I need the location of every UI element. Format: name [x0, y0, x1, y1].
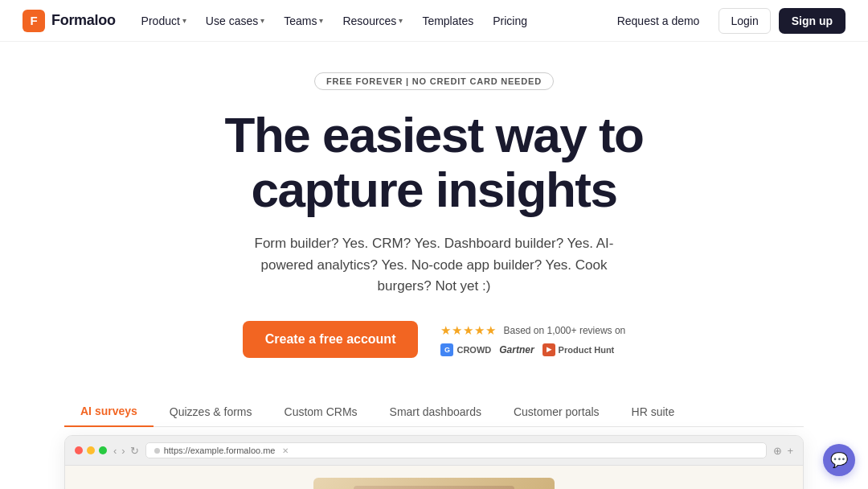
badge: FREE FOREVER | NO CREDIT CARD NEEDED [314, 72, 554, 90]
tab-smart-dashboards[interactable]: Smart dashboards [374, 397, 497, 426]
nav-item-resources[interactable]: Resources ▾ [334, 10, 411, 32]
nav-item-pricing[interactable]: Pricing [485, 10, 535, 32]
reviews-text: Based on 1,000+ reviews on [503, 325, 625, 336]
logo-name: Formaloo [51, 12, 116, 29]
tab-customer-portals[interactable]: Customer portals [497, 397, 616, 426]
chevron-down-icon: ▾ [260, 16, 264, 25]
navbar: F Formaloo Product ▾ Use cases ▾ Teams ▾… [0, 0, 868, 42]
chevron-down-icon: ▾ [319, 16, 323, 25]
tab-hr-suite[interactable]: HR suite [616, 397, 691, 426]
gartner-logo: Gartner [499, 344, 534, 355]
gemstone-image [313, 478, 555, 489]
url-bar[interactable]: https://example.formaloo.me ✕ [145, 442, 768, 458]
reviews-block: ★★★★★ Based on 1,000+ reviews on G CROWD… [440, 323, 625, 356]
hero-section: FREE FOREVER | NO CREDIT CARD NEEDED The… [0, 42, 868, 377]
g2crowd-logo: G CROWD [440, 343, 491, 356]
nav-right: Request a demo Login Sign up [606, 8, 845, 34]
browser-dot-yellow [87, 446, 95, 454]
browser-mockup: ‹ › ↻ https://example.formaloo.me ✕ ⊕ + … [64, 435, 804, 489]
review-logos: G CROWD Gartner ▶ Product Hunt [440, 343, 614, 356]
producthunt-icon: ▶ [542, 343, 555, 356]
tab-quizzes-forms[interactable]: Quizzes & forms [154, 397, 268, 426]
g2crowd-icon: G [440, 343, 453, 356]
mockup-section: ‹ › ↻ https://example.formaloo.me ✕ ⊕ + … [0, 435, 868, 489]
browser-dot-green [99, 446, 107, 454]
browser-dot-red [75, 446, 83, 454]
nav-item-use-cases[interactable]: Use cases ▾ [198, 10, 272, 32]
nav-label-product: Product [141, 14, 180, 27]
signup-button[interactable]: Sign up [779, 8, 845, 34]
zoom-icon[interactable]: ⊕ [773, 445, 782, 457]
chat-button[interactable]: 💬 [823, 444, 855, 476]
browser-actions: ⊕ + [773, 445, 793, 457]
chat-icon: 💬 [830, 451, 848, 469]
browser-bar: ‹ › ↻ https://example.formaloo.me ✕ ⊕ + [65, 436, 803, 466]
nav-label-resources: Resources [342, 14, 396, 27]
chevron-down-icon: ▾ [399, 16, 403, 25]
nav-label-templates: Templates [422, 14, 473, 27]
login-button[interactable]: Login [719, 8, 770, 34]
nav-left: F Formaloo Product ▾ Use cases ▾ Teams ▾… [23, 10, 535, 32]
tabs-section: AI surveys Quizzes & forms Custom CRMs S… [0, 397, 868, 427]
cta-row: Create a free account ★★★★★ Based on 1,0… [243, 321, 626, 358]
url-text: https://example.formaloo.me [164, 446, 276, 455]
secure-icon [154, 448, 160, 454]
refresh-icon[interactable]: ↻ [130, 445, 139, 457]
hero-subtitle: Form builder? Yes. CRM? Yes. Dashboard b… [233, 233, 635, 297]
nav-label-use-cases: Use cases [206, 14, 258, 27]
browser-inner: Do you like gemstones? Please select one… [65, 466, 803, 489]
url-close-icon[interactable]: ✕ [282, 446, 289, 455]
nav-item-templates[interactable]: Templates [414, 10, 481, 32]
request-demo-button[interactable]: Request a demo [606, 9, 711, 33]
star-rating: ★★★★★ [440, 323, 497, 338]
producthunt-logo: ▶ Product Hunt [542, 343, 615, 356]
browser-content: Do you like gemstones? Please select one… [65, 466, 803, 489]
hero-title: The easiest way to capture insights [225, 108, 644, 217]
logo-icon: F [23, 10, 45, 32]
tab-ai-surveys[interactable]: AI surveys [64, 397, 154, 427]
create-account-button[interactable]: Create a free account [243, 321, 419, 358]
browser-dots [75, 446, 107, 454]
back-icon[interactable]: ‹ [113, 445, 117, 457]
forward-icon[interactable]: › [121, 445, 125, 457]
tabs-bar: AI surveys Quizzes & forms Custom CRMs S… [64, 397, 804, 427]
browser-controls: ‹ › ↻ [113, 445, 139, 457]
nav-item-teams[interactable]: Teams ▾ [276, 10, 331, 32]
add-tab-icon[interactable]: + [787, 445, 793, 457]
hero-title-line1: The easiest way to [225, 107, 644, 162]
nav-label-teams: Teams [284, 14, 317, 27]
chevron-down-icon: ▾ [182, 16, 186, 25]
nav-item-product[interactable]: Product ▾ [133, 10, 194, 32]
tab-custom-crms[interactable]: Custom CRMs [268, 397, 374, 426]
hero-title-line2: capture insights [252, 162, 617, 217]
logo[interactable]: F Formaloo [23, 10, 116, 32]
nav-label-pricing: Pricing [493, 14, 527, 27]
